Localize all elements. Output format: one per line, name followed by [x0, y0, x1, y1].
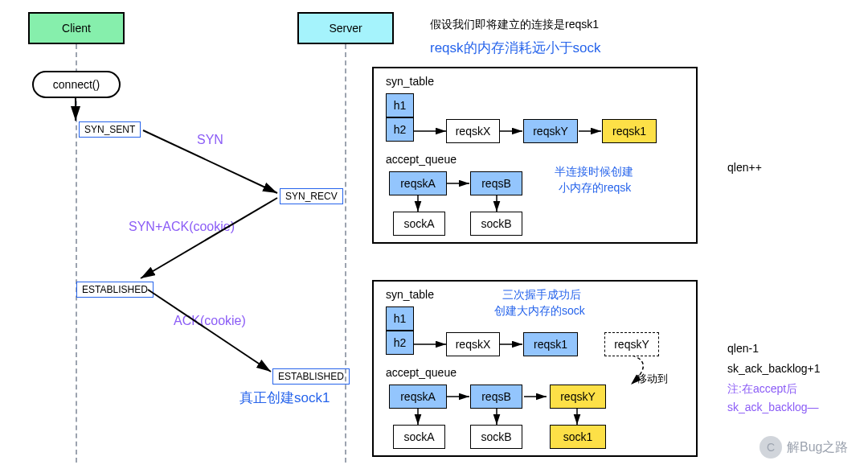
syn-msg: SYN [197, 133, 223, 147]
reqskX-box1: reqskX [446, 119, 500, 143]
reqsk1-box1: reqsk1 [602, 119, 657, 143]
sockB-box2: sockB [470, 425, 522, 449]
svg-line-3 [148, 290, 271, 372]
panel1-note1: 半连接时候创建 [555, 165, 633, 179]
panel2-note2: 创建大内存的sock [494, 304, 585, 319]
server-label: Server [329, 22, 362, 35]
reqsB-box1: reqsB [470, 171, 522, 195]
h2-box1: h2 [386, 117, 414, 142]
reqsk1-box2: reqsk1 [523, 332, 578, 356]
sock1-box2: sock1 [550, 425, 606, 449]
client-lifeline [76, 44, 77, 463]
reqskY-queue-box2: reqskY [550, 385, 606, 409]
accept-queue-label1: accept_queue [386, 153, 457, 166]
h1-box2: h1 [386, 306, 414, 331]
reqskY-box1: reqskY [523, 119, 578, 143]
accept-note2: sk_ack_backlog— [727, 401, 819, 413]
svg-line-2 [141, 198, 277, 278]
client-label: Client [62, 22, 91, 35]
established1-state: ESTABLISHED [76, 282, 154, 298]
move-label: 移动到 [637, 372, 668, 386]
assumption-note: 假设我们即将建立的连接是reqsk1 [430, 18, 599, 32]
h2-box2: h2 [386, 331, 414, 355]
memory-note: reqsk的内存消耗远小于sock [430, 39, 601, 57]
wechat-icon: C [760, 436, 782, 459]
reqsB-box2: reqsB [470, 385, 522, 409]
qlen-minus: qlen-1 [727, 342, 759, 355]
sockA-box1: sockA [393, 212, 445, 236]
server-actor: Server [297, 12, 394, 44]
syn-sent-state: SYN_SENT [79, 121, 141, 138]
accept-queue-label2: accept_queue [386, 366, 457, 379]
client-actor: Client [28, 12, 125, 44]
reqskX-box2: reqskX [446, 332, 500, 356]
qlen-plus: qlen++ [727, 161, 762, 174]
syn-ack-msg: SYN+ACK(cookie) [129, 220, 235, 234]
watermark: C 解Bug之路 [760, 436, 848, 459]
reqskY-box2: reqskY [604, 332, 659, 356]
connect-label: connect() [53, 78, 100, 91]
syn-table-label2: syn_table [386, 288, 434, 301]
ack-msg: ACK(cookie) [174, 314, 246, 328]
panel2-note1: 三次握手成功后 [502, 288, 581, 302]
established2-state: ESTABLISHED [272, 368, 350, 385]
reqskA-box1: reqskA [389, 171, 447, 195]
sockB-box1: sockB [470, 212, 522, 236]
server-lifeline [345, 44, 346, 463]
syn-recv-state: SYN_RECV [280, 188, 343, 204]
connect-call: connect() [32, 71, 121, 98]
syn-table-label1: syn_table [386, 75, 434, 88]
create-sock-note: 真正创建sock1 [240, 389, 330, 407]
panel1-note2: 小内存的reqsk [559, 181, 631, 195]
sockA-box2: sockA [393, 425, 445, 449]
h1-box1: h1 [386, 93, 414, 117]
sk-ack-plus: sk_ack_backlog+1 [727, 362, 821, 375]
reqskA-box2: reqskA [389, 385, 447, 409]
accept-note1: 注:在accept后 [727, 382, 797, 397]
